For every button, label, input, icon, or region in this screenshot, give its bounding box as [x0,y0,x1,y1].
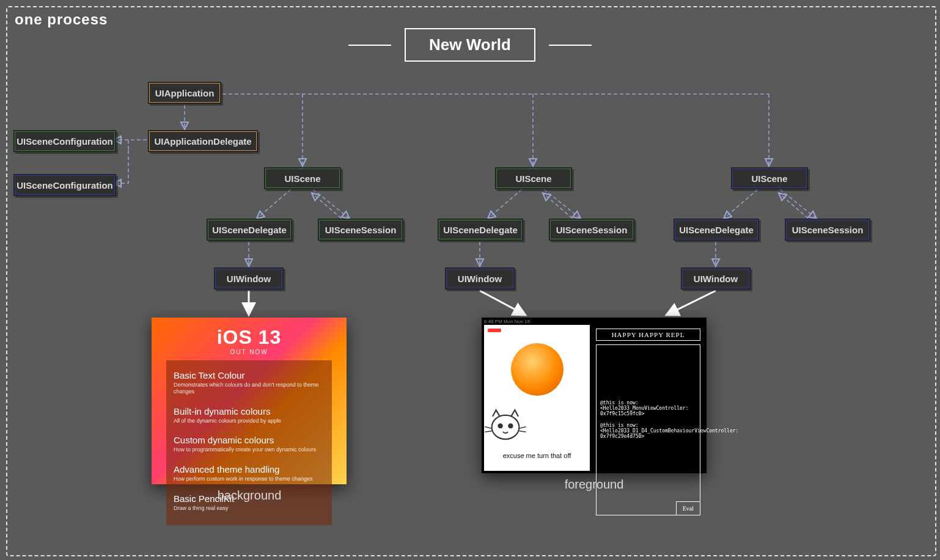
accent-bar [488,329,501,332]
item-sub: Draw a thing real easy [174,505,325,512]
node-uiscene-1: UIScene [264,167,341,189]
ios13-header: iOS 13 OUT NOW [152,318,347,355]
repl-line: @this is now: [600,400,696,405]
item-sub: How to programmatically create your own … [174,446,325,453]
item-title: Basic Text Colour [174,370,325,380]
node-uisceneconfiguration-2: UISceneConfiguration [13,174,116,196]
repl-line: <Hello2033_MenuViewController: 0x7f9c15c… [600,405,696,416]
sun-image [511,343,564,396]
item-title: Advanced theme handling [174,464,325,475]
list-item: Basic Text ColourDemonstrates which colo… [174,365,325,401]
svg-line-6 [519,431,526,432]
eval-button[interactable]: Eval [676,501,700,515]
diagram-title: New World [0,28,940,62]
node-uiwindow-3: UIWindow [681,267,751,289]
list-item: Advanced theme handlingHow perform custo… [174,459,325,489]
mock-ios13-app: iOS 13 OUT NOW Basic Text ColourDemonstr… [152,318,347,484]
item-sub: Demonstrates which colours do and don't … [174,382,325,395]
node-uiscene-2: UIScene [495,167,572,189]
item-sub: All of the dynamic colours provided by a… [174,418,325,424]
item-title: Built-in dynamic colours [174,406,325,416]
leftpane-caption: excuse me turn that off [484,452,590,459]
title-text: New World [405,28,535,62]
process-label: one process [15,11,108,28]
list-item: Built-in dynamic coloursAll of the dynam… [174,401,325,431]
node-uiscenesession-2: UISceneSession [549,219,634,241]
repl-line: @this is now: [600,423,696,428]
svg-line-4 [485,431,491,432]
title-rule-left [348,45,391,46]
caption-foreground: foreground [502,478,686,492]
node-uiscene-3: UIScene [731,167,808,189]
cat-icon [484,407,527,443]
ios13-subtitle: OUT NOW [152,349,347,355]
svg-line-3 [485,427,491,429]
ios13-title: iOS 13 [217,326,282,348]
caption-background: background [158,489,341,503]
list-item: Custom dynamic coloursHow to programmati… [174,430,325,459]
node-uiscenesession-3: UISceneSession [785,219,870,241]
mock-ipad-splitview: 6:48 PM Mon Nov 18 excuse me turn that o… [482,318,707,473]
node-uiscenedelegate-2: UISceneDelegate [438,219,523,241]
node-uiscenedelegate-3: UISceneDelegate [674,219,759,241]
node-uiapplicationdelegate: UIApplicationDelegate [148,130,258,152]
node-uiapplication: UIApplication [148,82,221,104]
splitview-left-pane: excuse me turn that off [484,325,590,471]
repl-title: HAPPY HAPPY REPL [596,329,700,341]
node-uiscenesession-1: UISceneSession [318,219,403,241]
repl-line: <Hello2033_D1_D4_CustomBehaviourViewCont… [600,428,696,439]
item-sub: How perform custom work in response to t… [174,476,325,482]
node-uiwindow-1: UIWindow [214,267,284,289]
item-title: Custom dynamic colours [174,435,325,445]
node-uiwindow-2: UIWindow [445,267,515,289]
node-uiscenedelegate-1: UISceneDelegate [207,219,292,241]
svg-point-1 [498,423,502,428]
svg-point-0 [492,415,520,439]
title-rule-right [549,45,592,46]
splitview-right-pane: HAPPY HAPPY REPL @this is now: <Hello203… [592,325,704,471]
node-uisceneconfiguration-1: UISceneConfiguration [13,130,116,152]
svg-line-5 [519,427,526,429]
svg-point-2 [508,423,513,428]
